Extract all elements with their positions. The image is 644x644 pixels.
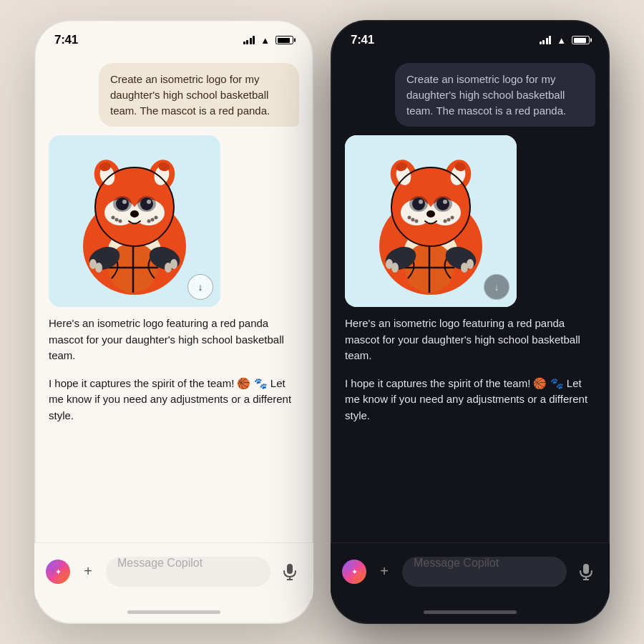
svg-point-76 <box>411 218 415 222</box>
svg-point-75 <box>408 216 411 220</box>
signal-bar-4 <box>253 36 255 44</box>
ai-response-2-light: I hope it captures the spirit of the tea… <box>49 376 299 424</box>
copilot-svg-dark: ✦ <box>347 565 361 579</box>
download-button-light[interactable]: ↓ <box>187 274 213 300</box>
status-time-dark: 7:41 <box>351 33 374 47</box>
svg-point-17 <box>131 214 134 216</box>
home-indicator-dark <box>331 600 610 624</box>
svg-point-78 <box>451 216 454 220</box>
svg-text:✦: ✦ <box>351 567 358 576</box>
svg-point-23 <box>113 196 132 212</box>
svg-point-34 <box>119 220 122 223</box>
wifi-icon-light: ▲ <box>260 35 270 46</box>
add-button-light[interactable]: + <box>77 561 99 582</box>
message-input-light[interactable]: Message Copilot <box>106 557 270 587</box>
svg-rect-40 <box>287 564 293 574</box>
mic-icon-dark <box>579 563 593 580</box>
copilot-icon-dark[interactable]: ✦ <box>342 560 366 584</box>
signal-bar-d3 <box>546 38 548 44</box>
svg-point-32 <box>112 216 115 220</box>
signal-bar-3 <box>250 38 252 44</box>
signal-bar-2 <box>246 40 248 44</box>
svg-point-66 <box>409 196 428 212</box>
phone-dark: 7:41 ▲ Create an isometric logo for my d… <box>331 20 610 624</box>
download-icon-dark: ↓ <box>494 281 499 293</box>
message-input-dark[interactable]: Message Copilot <box>402 557 567 587</box>
signal-bar-d2 <box>542 40 545 44</box>
svg-point-11 <box>165 263 172 273</box>
status-bar-dark: 7:41 ▲ <box>331 20 610 56</box>
user-message-light: Create an isometric logo for my daughter… <box>99 63 299 127</box>
svg-point-36 <box>151 218 155 222</box>
ai-response-1-light: Here's an isometric logo featuring a red… <box>49 316 299 364</box>
mic-button-light[interactable] <box>278 560 302 584</box>
svg-point-80 <box>444 220 447 223</box>
input-bar-light: ✦ + Message Copilot <box>34 542 313 600</box>
mic-icon-light <box>283 563 297 580</box>
add-button-dark[interactable]: + <box>374 561 395 582</box>
copilot-icon-light[interactable]: ✦ <box>46 560 70 584</box>
download-button-dark[interactable]: ↓ <box>484 274 509 300</box>
mic-button-dark[interactable] <box>574 560 598 584</box>
svg-point-24 <box>137 196 156 212</box>
svg-point-79 <box>447 218 451 222</box>
svg-rect-83 <box>583 564 589 574</box>
download-icon-light: ↓ <box>198 281 203 293</box>
signal-bar-d4 <box>549 36 551 44</box>
user-message-dark: Create an isometric logo for my daughter… <box>395 63 595 127</box>
svg-text:✦: ✦ <box>55 567 62 576</box>
signal-bar-1 <box>243 42 245 44</box>
chat-area-dark: Create an isometric logo for my daughter… <box>331 56 610 542</box>
copilot-svg-light: ✦ <box>51 565 65 579</box>
home-bar-dark <box>424 610 517 614</box>
wifi-icon-dark: ▲ <box>557 35 566 46</box>
phone-light: 7:41 ▲ Create an isometric logo for my d… <box>34 20 313 624</box>
svg-point-52 <box>391 263 399 273</box>
svg-point-35 <box>155 216 158 220</box>
status-time-light: 7:41 <box>54 33 78 47</box>
home-bar-light <box>127 610 220 614</box>
svg-point-9 <box>95 263 102 273</box>
svg-point-77 <box>415 220 419 223</box>
signal-bar-d1 <box>540 42 542 44</box>
image-wrapper-dark: ↓ <box>345 135 517 307</box>
chat-area-light: Create an isometric logo for my daughter… <box>34 56 313 542</box>
status-bar-light: 7:41 ▲ <box>34 20 313 56</box>
signal-bars-light <box>243 36 255 44</box>
home-indicator-light <box>34 600 313 624</box>
svg-point-54 <box>461 263 468 273</box>
battery-fill-light <box>278 38 290 43</box>
ai-response-2-dark: I hope it captures the spirit of the tea… <box>345 376 595 424</box>
battery-icon-light <box>275 36 293 44</box>
svg-point-37 <box>147 220 151 223</box>
ai-response-1-dark: Here's an isometric logo featuring a red… <box>345 316 595 364</box>
svg-point-33 <box>115 218 119 222</box>
svg-point-60 <box>427 214 430 216</box>
svg-point-61 <box>431 214 434 216</box>
battery-icon-dark <box>572 36 590 44</box>
svg-point-18 <box>135 214 138 216</box>
status-icons-dark: ▲ <box>540 35 590 46</box>
battery-fill-dark <box>574 38 586 43</box>
image-wrapper-light: ↓ <box>49 135 220 307</box>
signal-bars-dark <box>540 36 552 44</box>
svg-point-67 <box>434 196 452 212</box>
status-icons-light: ▲ <box>243 35 293 46</box>
input-bar-dark: ✦ + Message Copilot <box>331 542 610 600</box>
